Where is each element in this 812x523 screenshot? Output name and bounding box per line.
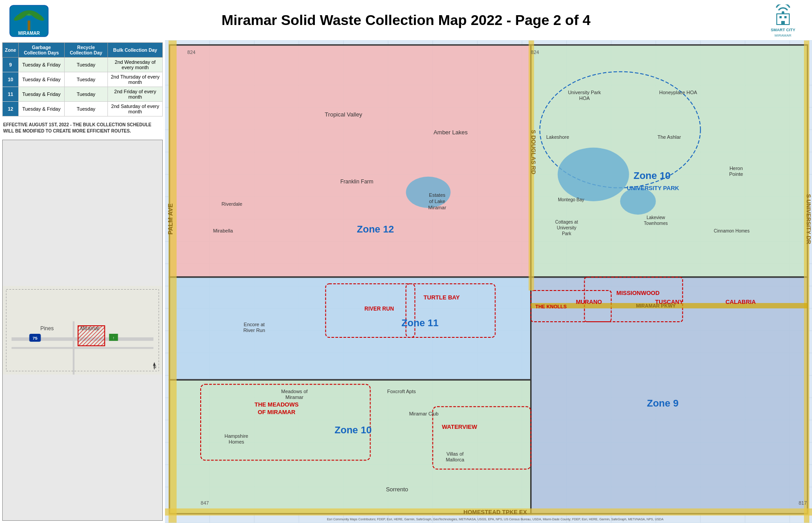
svg-text:HOA: HOA [579,95,590,101]
svg-text:Mallorca: Mallorca [446,457,465,462]
zone-cell: 10 [3,72,19,87]
svg-text:SMART CITY: SMART CITY [771,28,796,32]
hampshire-homes-label: Hampshire [225,433,248,439]
svg-text:University: University [557,225,577,230]
zone10-bottom-label: Zone 10 [334,424,371,436]
amber-lakes-label: Amber Lakes [433,129,468,136]
garbage-cell: Tuesday & Friday [19,87,64,102]
svg-text:Homes: Homes [229,439,244,444]
svg-text:↑: ↑ [112,336,114,340]
svg-rect-11 [784,16,787,18]
waterview-label: WATERVIEW [442,423,478,430]
svg-rect-1 [28,21,30,30]
svg-text:824: 824 [187,50,195,55]
svg-text:824: 824 [531,50,539,55]
zone10-top-label: Zone 10 [634,170,671,181]
bulk-cell: 2nd Thursday of every month [108,72,163,87]
murano-label: MURANO [576,299,602,305]
table-row: 9Tuesday & FridayTuesday2nd Wednesday of… [3,58,163,72]
svg-text:Pines: Pines [41,325,54,332]
svg-text:Miramar: Miramar [285,394,304,400]
turtle-bay-label: TURTLE BAY [424,294,460,301]
svg-rect-12 [781,21,785,25]
recycle-cell: Tuesday [64,72,108,87]
col-garbage: Garbage Collection Days [19,43,64,58]
univ-park-hoa-label: University Park [568,90,601,95]
mirabella-label: Mirabella [213,228,234,233]
table-row: 10Tuesday & FridayTuesday2nd Thursday of… [3,72,163,87]
garbage-cell: Tuesday & Friday [19,72,64,87]
encore-river-run-label: Encore at [244,322,265,327]
svg-marker-71 [531,277,808,514]
estates-lake-miramar-label: Estates [429,192,445,198]
zone9-label: Zone 9 [647,398,679,409]
col-zone: Zone [3,43,19,58]
svg-text:of Lake: of Lake [429,199,445,204]
svg-marker-70 [169,277,531,380]
svg-text:Miramar: Miramar [428,205,446,210]
garbage-cell: Tuesday & Friday [19,102,64,116]
svg-text:MIRAMAR: MIRAMAR [18,31,40,36]
svg-point-91 [620,188,656,215]
cottages-univ-park-label: Cottages at [555,220,578,224]
svg-text:PALM AVE: PALM AVE [167,203,174,235]
garbage-cell: Tuesday & Friday [19,58,64,72]
page-header: MIRAMAR Miramar Solid Waste Collection M… [0,0,812,40]
lakeshore-label: Lakeshore [546,134,569,140]
zone-cell: 9 [3,58,19,72]
zone-cell: 11 [3,87,19,102]
recycle-cell: Tuesday [64,58,108,72]
mini-map: 75 ↑ N Pines Miramar [2,140,163,521]
attribution-text: Esri Community Maps Contributors; FDEP, … [327,518,664,521]
ashlar-label: The Ashlar [657,134,681,140]
zone11-label: Zone 11 [401,317,438,328]
map-area: PALM AVE S DOUGLAS RD S UNIVERSITY DR HO… [165,40,812,523]
svg-text:S UNIVERSITY DR: S UNIVERSITY DR [805,194,812,245]
the-knolls-label: THE KNOLLS [535,304,566,309]
zone12-label: Zone 12 [357,224,394,235]
main-container: Zone Garbage Collection Days Recycle Col… [0,40,812,523]
honeyplace-hoa-label: Honeyplace HOA [659,90,697,95]
svg-rect-10 [779,16,782,18]
left-panel: Zone Garbage Collection Days Recycle Col… [0,40,165,523]
col-recycle: Recycle Collection Day [64,43,108,58]
table-row: 11Tuesday & FridayTuesday2nd Friday of e… [3,87,163,102]
zone10-top-sub: UNIVERSITY PARK [627,185,680,191]
foxcroft-apts-label: Foxcroft Apts [387,389,416,394]
svg-text:847: 847 [201,500,209,506]
svg-marker-68 [169,45,531,277]
meadows-miramar-label: Meadows of [281,389,308,394]
missionwood-label: MISSIONWOOD [616,290,659,296]
svg-text:OF MIRAMAR: OF MIRAMAR [258,409,296,415]
svg-text:Miramar: Miramar [80,325,100,332]
svg-text:75: 75 [33,336,38,340]
page-title: Miramar Solid Waste Collection Map 2022 … [222,12,590,29]
tropical-valley-label: Tropical Valley [325,111,362,118]
bulk-cell: 2nd Saturday of every month [108,102,163,116]
lakeview-townhomes-label: Lakeview [647,215,665,220]
miramar-club-label: Miramar Club [409,411,438,416]
notice-text: EFFECTIVE AUGUST 1ST, 2022 - THE BULK CO… [2,120,163,136]
river-run-label: RIVER RUN [364,306,394,312]
heron-pointe-label: Heron [730,166,743,171]
svg-rect-84 [804,41,809,523]
zone-table: Zone Garbage Collection Days Recycle Col… [2,42,163,116]
svg-text:Townhomes: Townhomes [644,221,668,226]
svg-text:HOMESTEAD TPKE EX: HOMESTEAD TPKE EX [463,509,527,515]
cinnamon-homes-label: Cinnamon Homes [714,228,750,233]
zone-cell: 12 [3,102,19,116]
svg-text:S DOUGLAS RD: S DOUGLAS RD [530,130,537,174]
table-row: 12Tuesday & FridayTuesday2nd Saturday of… [3,102,163,116]
svg-text:MIRAMAR: MIRAMAR [775,33,791,37]
smart-city-logo: SMART CITY MIRAMAR [763,4,803,38]
calabria-label: CALABRIA [725,299,756,305]
svg-text:Pointe: Pointe [729,171,743,177]
bulk-cell: 2nd Friday of every month [108,87,163,102]
villas-mallorca-label: Villas of [446,451,464,457]
montego-bay-label: Montego Bay [558,197,584,202]
svg-text:817: 817 [799,500,807,506]
miramar-logo: MIRAMAR [9,4,49,38]
svg-text:Park: Park [562,231,572,236]
recycle-cell: Tuesday [64,87,108,102]
svg-rect-80 [169,41,177,523]
